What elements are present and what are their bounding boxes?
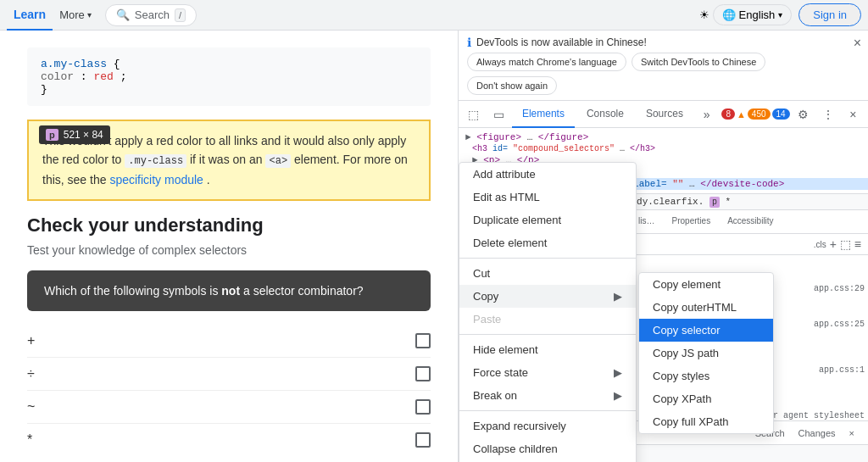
search-shortcut: / (175, 8, 186, 22)
cm-duplicate[interactable]: Duplicate element (459, 209, 636, 231)
theme-toggle[interactable]: ☀ (696, 5, 713, 25)
cm-break-on-label: Break on (473, 389, 517, 402)
sm-copy-element[interactable]: Copy element (639, 273, 773, 296)
code-block: a.my-class { color : red ; } (27, 47, 431, 106)
cm-divider-2 (459, 334, 636, 335)
sm-copy-full-xpath-label: Copy full XPath (653, 415, 729, 428)
cm-paste-label: Paste (473, 313, 501, 326)
cm-divider-3 (459, 410, 636, 411)
cm-break-on[interactable]: Break on ▶ (459, 384, 636, 407)
cm-force-state-arrow: ▶ (614, 366, 622, 379)
cm-force-state[interactable]: Force state ▶ (459, 361, 636, 384)
quiz-option-4[interactable]: * (27, 424, 431, 456)
code-value: red (93, 70, 113, 83)
sm-copy-full-xpath[interactable]: Copy full XPath (639, 410, 773, 433)
globe-icon: 🌐 (722, 8, 736, 21)
main-layout: a.my-class { color : red ; } p 521 × 84 … (0, 31, 868, 462)
quiz-checkbox-1[interactable] (415, 333, 431, 348)
context-menu: Add attribute Edit as HTML Duplicate ele… (459, 162, 637, 462)
sm-copy-xpath-label: Copy XPath (653, 392, 711, 405)
signin-button[interactable]: Sign in (798, 3, 861, 26)
chevron-down-icon: ▾ (778, 10, 782, 19)
check-sub: Test your knowledge of complex selectors (27, 243, 431, 257)
language-selector[interactable]: 🌐 English ▾ (713, 4, 793, 25)
cm-cut-label: Cut (473, 267, 490, 280)
sm-copy-styles[interactable]: Copy styles (639, 365, 773, 387)
cm-edit-html-label: Edit as HTML (473, 191, 540, 203)
cm-copy-arrow: ▶ (614, 290, 622, 303)
option-symbol-1: + (27, 333, 35, 348)
quiz-not: not (221, 284, 240, 298)
specificity-link[interactable]: specificity module (109, 173, 203, 186)
cm-divider-1 (459, 258, 636, 259)
cm-add-attribute[interactable]: Add attribute (459, 163, 636, 186)
check-heading: Check your understanding (27, 214, 431, 237)
quiz-checkbox-4[interactable] (415, 432, 431, 448)
quiz-checkbox-2[interactable] (415, 366, 431, 381)
code-close-brace: } (41, 83, 47, 96)
cm-collapse[interactable]: Collapse children (459, 437, 636, 460)
quiz-box: Which of the following symbols is not a … (27, 270, 431, 311)
cm-delete[interactable]: Delete element (459, 231, 636, 254)
sm-copy-element-label: Copy element (653, 278, 721, 291)
cm-add-attribute-label: Add attribute (473, 168, 536, 181)
search-label: Search (135, 8, 170, 21)
left-content: a.my-class { color : red ; } p 521 × 84 … (0, 31, 458, 462)
code-property: color (41, 70, 74, 83)
cm-edit-html[interactable]: Edit as HTML (459, 186, 636, 209)
code-colon: : (81, 70, 94, 83)
nav-learn[interactable]: Learn (7, 0, 53, 31)
context-menu-overlay[interactable]: Add attribute Edit as HTML Duplicate ele… (459, 31, 868, 462)
element-tooltip: p 521 × 84 (39, 125, 110, 144)
sm-copy-jspath[interactable]: Copy JS path (639, 342, 773, 365)
cm-expand-label: Expand recursively (473, 420, 566, 432)
code-selector: a.my-class (41, 58, 107, 70)
sm-copy-selector-label: Copy selector (653, 324, 720, 337)
option-symbol-4: * (27, 432, 32, 448)
quiz-checkbox-3[interactable] (415, 399, 431, 415)
cm-force-state-label: Force state (473, 366, 528, 379)
option-symbol-2: ÷ (27, 366, 35, 381)
sm-copy-jspath-label: Copy JS path (653, 347, 719, 359)
cm-duplicate-label: Duplicate element (473, 214, 561, 226)
cm-expand[interactable]: Expand recursively (459, 415, 636, 437)
tooltip-tag: p (46, 129, 58, 141)
quiz-question: Which of the following symbols is not a … (44, 284, 414, 298)
quiz-option-2[interactable]: ÷ (27, 358, 431, 391)
chevron-down-icon: ▾ (87, 10, 92, 19)
language-label: English (739, 8, 776, 21)
devtools-panel: ℹ DevTools is now available in Chinese! … (458, 31, 868, 462)
quiz-option-1[interactable]: + (27, 325, 431, 358)
cm-collapse-label: Collapse children (473, 443, 558, 455)
cm-hide[interactable]: Hide element (459, 338, 636, 361)
cm-copy-label: Copy (473, 290, 498, 303)
nav-more[interactable]: More ▾ (53, 8, 98, 21)
inline-code-1: .my-class (125, 154, 186, 168)
para-text-4: . (207, 173, 210, 186)
sm-copy-outerhtml[interactable]: Copy outerHTML (639, 296, 773, 319)
top-navigation: Learn More ▾ 🔍 Search / ☀ 🌐 English ▾ Si… (0, 0, 868, 31)
cm-cut[interactable]: Cut (459, 262, 636, 285)
sm-copy-xpath[interactable]: Copy XPath (639, 387, 773, 410)
sm-copy-selector[interactable]: Copy selector (639, 319, 773, 342)
cm-break-on-arrow: ▶ (614, 389, 622, 402)
copy-submenu: Copy element Copy outerHTML Copy selecto… (638, 272, 774, 434)
cm-paste: Paste (459, 308, 636, 331)
nav-more-label: More (59, 8, 85, 21)
sm-copy-outerhtml-label: Copy outerHTML (653, 301, 737, 314)
code-open-brace: { (114, 58, 120, 70)
inline-code-2: <a> (265, 154, 291, 168)
search-icon: 🔍 (116, 8, 130, 21)
cm-delete-label: Delete element (473, 237, 547, 249)
option-symbol-3: ~ (27, 399, 35, 415)
code-semicolon: ; (120, 70, 127, 83)
quiz-option-3[interactable]: ~ (27, 391, 431, 424)
cm-hide-label: Hide element (473, 343, 538, 356)
tooltip-dimensions: 521 × 84 (64, 129, 103, 141)
cm-copy[interactable]: Copy ▶ (459, 285, 636, 308)
quiz-options: + ÷ ~ * (27, 325, 431, 456)
sm-copy-styles-label: Copy styles (653, 370, 709, 382)
nav-search[interactable]: 🔍 Search / (105, 4, 197, 26)
para-text-2: if it was on an (190, 153, 266, 166)
